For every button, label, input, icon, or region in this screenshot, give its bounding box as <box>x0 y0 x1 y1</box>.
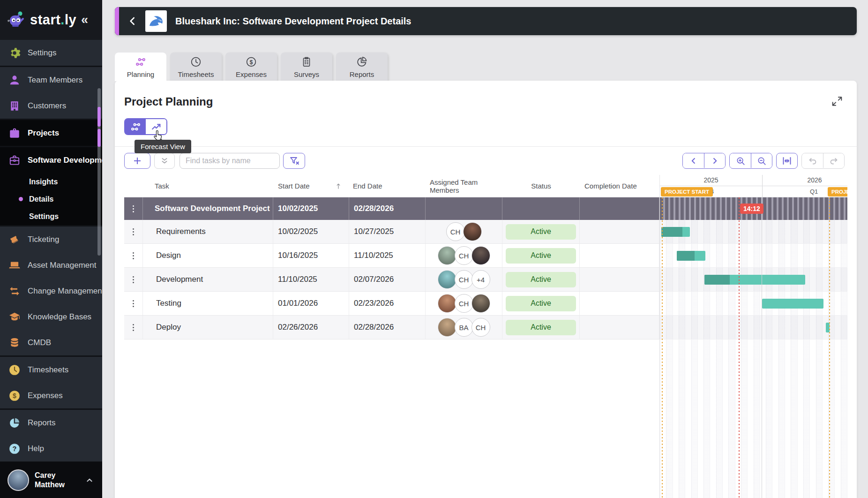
sidebar-item-settings[interactable]: Settings <box>0 40 102 66</box>
sidebar-item-change-management[interactable]: Change Management <box>0 278 102 304</box>
row-menu-button[interactable] <box>124 244 143 267</box>
sidebar-item-timesheets[interactable]: Timesheets <box>0 357 102 383</box>
table-row[interactable]: Development11/10/202502/07/2026CH+4Activ… <box>124 268 659 292</box>
zoom-in-button[interactable] <box>730 153 751 168</box>
member-initials-avatar[interactable]: CH <box>446 222 465 241</box>
row-menu-button[interactable] <box>124 197 143 220</box>
collapse-all-button[interactable] <box>154 153 175 169</box>
table-row[interactable]: Deploy02/26/202602/28/2026BACHActive <box>124 316 659 340</box>
tab-surveys[interactable]: Surveys <box>281 53 332 81</box>
column-header-end-date[interactable]: End Date <box>349 175 426 197</box>
sort-up-icon[interactable] <box>334 182 343 190</box>
gantt-quarters-header: Q4Q1PROJECT STARTPROJECT END <box>660 186 847 197</box>
start-date-cell: 10/02/2025 <box>273 220 349 243</box>
sidebar-item-expenses[interactable]: $Expenses <box>0 383 102 408</box>
sidebar-item-ticketing[interactable]: Ticketing <box>0 226 102 252</box>
sidebar-item-team-members[interactable]: Team Members <box>0 67 102 93</box>
tab-timesheets[interactable]: Timesheets <box>170 53 222 81</box>
column-header-task[interactable]: Task <box>143 175 273 197</box>
kebab-icon <box>128 227 138 237</box>
sidebar-subitem-project-settings[interactable]: Settings <box>0 208 102 225</box>
assigned-members-cell: CH <box>426 220 502 243</box>
robot-logo-icon <box>6 9 27 31</box>
redo-button[interactable] <box>823 153 844 168</box>
briefcase-outline-icon <box>8 154 21 166</box>
project-summary-row[interactable]: Software Development Project10/02/202502… <box>124 197 659 220</box>
sidebar-item-cmdb[interactable]: CMDB <box>0 330 102 355</box>
member-photo-avatar[interactable] <box>438 246 456 265</box>
gantt-task-progress <box>704 275 730 285</box>
gantt-task-bar[interactable] <box>661 227 690 237</box>
swap-arrows-icon <box>8 285 21 297</box>
sidebar-item-label: Timesheets <box>28 365 68 375</box>
member-initials-avatar[interactable]: CH <box>471 318 490 337</box>
member-initials-avatar[interactable]: CH <box>455 246 473 265</box>
column-header-assigned-team-members[interactable]: Assigned Team Members <box>426 175 502 197</box>
member-photo-avatar[interactable] <box>471 294 490 313</box>
back-button[interactable] <box>127 15 139 27</box>
zoom-out-button[interactable] <box>751 153 772 168</box>
clear-filter-button[interactable] <box>283 153 305 169</box>
table-row[interactable]: Requirements10/02/202510/27/2025CHActive <box>124 220 659 244</box>
row-menu-button[interactable] <box>124 292 143 315</box>
column-header-status[interactable]: Status <box>502 175 580 197</box>
member-photo-avatar[interactable] <box>438 294 456 313</box>
member-photo-avatar[interactable] <box>438 270 456 289</box>
status-cell <box>502 197 580 220</box>
task-cell: Deploy <box>143 316 273 339</box>
app-logo[interactable]: start.ly « <box>0 0 102 40</box>
more-members-badge[interactable]: +4 <box>471 270 490 289</box>
expand-icon[interactable] <box>831 95 845 109</box>
gantt-task-bar[interactable] <box>677 251 705 261</box>
assigned-members-cell: BACH <box>426 316 502 339</box>
add-task-button[interactable] <box>124 153 150 169</box>
gantt-year-divider <box>762 175 763 186</box>
sidebar-item-projects[interactable]: Projects <box>0 120 102 146</box>
table-row[interactable]: Testing01/01/202602/23/2026CHActive <box>124 292 659 316</box>
search-input[interactable] <box>180 153 280 169</box>
gantt-task-bar[interactable] <box>704 275 805 285</box>
scroll-right-button[interactable] <box>704 153 725 168</box>
sidebar-item-knowledge-bases[interactable]: Knowledge Bases <box>0 304 102 330</box>
sidebar-item-software-development[interactable]: Software Development <box>0 147 102 173</box>
member-photo-avatar[interactable] <box>438 318 456 337</box>
sidebar-item-reports[interactable]: Reports <box>0 410 102 436</box>
tab-reports[interactable]: Reports <box>336 53 388 81</box>
column-header-completion-date[interactable]: Completion Date <box>580 175 659 197</box>
gantt-task-bar[interactable] <box>762 299 823 309</box>
row-menu-button[interactable] <box>124 220 143 243</box>
row-menu-button[interactable] <box>124 316 143 339</box>
status-badge: Active <box>506 272 576 287</box>
gantt-task-progress <box>661 227 682 237</box>
sidebar-collapse-icon[interactable]: « <box>81 13 88 27</box>
milestone-view-button[interactable] <box>125 119 146 134</box>
svg-text:$: $ <box>250 59 253 65</box>
undo-button[interactable] <box>802 153 823 168</box>
completion-date-cell <box>580 220 659 243</box>
member-initials-avatar[interactable]: CH <box>455 270 473 289</box>
table-row[interactable]: Design10/16/202511/10/2025CHActive <box>124 244 659 268</box>
sidebar-item-customers[interactable]: Customers <box>0 93 102 119</box>
member-initials-avatar[interactable]: BA <box>455 318 473 337</box>
sidebar-subitem-details[interactable]: Details <box>0 190 102 208</box>
fit-to-width-button[interactable] <box>776 153 798 169</box>
completion-date-cell <box>580 197 659 220</box>
chevron-up-icon[interactable] <box>84 475 95 485</box>
sidebar-item-label: Software Development <box>28 156 102 165</box>
user-menu[interactable]: Carey Matthew <box>0 462 102 498</box>
sidebar-item-asset-management[interactable]: Asset Management <box>0 252 102 278</box>
tab-expenses[interactable]: $Expenses <box>225 53 277 81</box>
end-date-cell: 02/28/2026 <box>349 197 426 220</box>
tab-planning[interactable]: Planning <box>115 53 166 81</box>
forecast-view-button[interactable] <box>146 119 166 134</box>
column-header-start-date[interactable]: Start Date <box>273 175 349 197</box>
sidebar-subitem-insights[interactable]: Insights <box>0 173 102 190</box>
scroll-left-button[interactable] <box>683 153 704 168</box>
member-initials-avatar[interactable]: CH <box>455 294 473 313</box>
member-photo-avatar[interactable] <box>471 246 490 265</box>
tab-label: Expenses <box>236 70 267 78</box>
member-photo-avatar[interactable] <box>463 222 482 241</box>
column-header-label: End Date <box>353 182 382 190</box>
row-menu-button[interactable] <box>124 268 143 291</box>
sidebar-item-help[interactable]: ?Help <box>0 436 102 461</box>
